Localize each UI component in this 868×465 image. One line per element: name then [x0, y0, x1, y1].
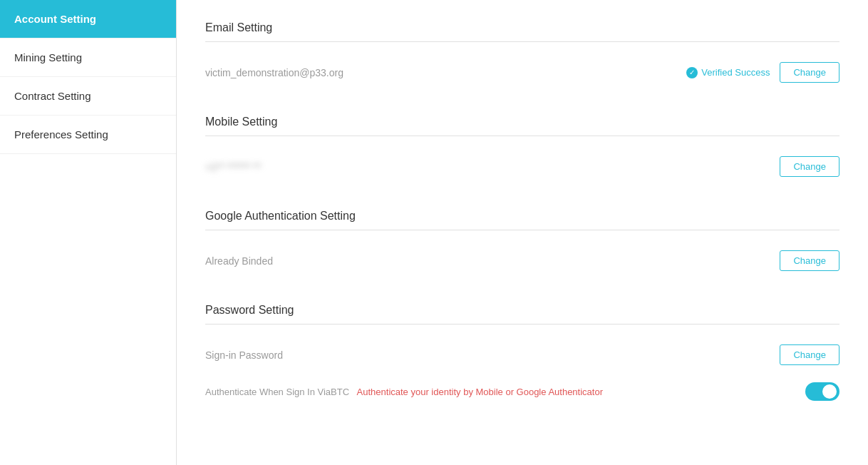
email-setting-section: Email Setting victim_demonstration@p33.o…: [205, 21, 839, 94]
sidebar-item-preferences-setting[interactable]: Preferences Setting: [0, 116, 176, 154]
main-content: Email Setting victim_demonstration@p33.o…: [177, 0, 868, 465]
sidebar-item-label: Preferences Setting: [14, 128, 108, 140]
google-auth-section: Google Authentication Setting Already Bi…: [205, 210, 839, 282]
sidebar: Account Setting Mining Setting Contract …: [0, 0, 177, 465]
password-row-left: Sign-in Password: [205, 349, 283, 361]
google-change-button[interactable]: Change: [780, 250, 839, 271]
auth-label: Authenticate When Sign In ViaBTC: [205, 387, 349, 397]
sidebar-item-mining-setting[interactable]: Mining Setting: [0, 39, 176, 77]
google-auth-row: Already Binded Change: [205, 245, 839, 282]
email-change-button[interactable]: Change: [780, 62, 839, 83]
google-row-left: Already Binded: [205, 255, 273, 267]
verified-label: Verified Success: [701, 67, 770, 78]
mobile-value: +1** ****** **: [205, 161, 261, 173]
password-setting-row: Sign-in Password Change: [205, 339, 839, 377]
mobile-setting-section: Mobile Setting +1** ****** ** Change: [205, 116, 839, 188]
sidebar-item-contract-setting[interactable]: Contract Setting: [0, 77, 176, 116]
auth-row: Authenticate When Sign In ViaBTC Authent…: [205, 377, 839, 408]
mobile-setting-title: Mobile Setting: [205, 116, 839, 136]
password-change-button[interactable]: Change: [780, 344, 839, 365]
password-value: Sign-in Password: [205, 349, 283, 361]
email-setting-title: Email Setting: [205, 21, 839, 42]
email-row-right: ✓ Verified Success Change: [686, 62, 839, 83]
email-value: victim_demonstration@p33.org: [205, 67, 343, 78]
auth-row-label-group: Authenticate When Sign In ViaBTC Authent…: [205, 385, 603, 398]
auth-hint: Authenticate your identity by Mobile or …: [357, 387, 603, 397]
verified-badge: ✓ Verified Success: [686, 67, 770, 78]
sidebar-item-label: Account Setting: [14, 13, 96, 25]
mobile-row-left: +1** ****** **: [205, 161, 261, 173]
auth-toggle[interactable]: [805, 382, 839, 401]
toggle-thumb: [822, 384, 837, 399]
google-auth-title: Google Authentication Setting: [205, 210, 839, 230]
password-row-right: Change: [780, 344, 839, 365]
mobile-row-right: Change: [780, 156, 839, 177]
sidebar-item-account-setting[interactable]: Account Setting: [0, 0, 176, 39]
email-setting-row: victim_demonstration@p33.org ✓ Verified …: [205, 56, 839, 94]
email-row-left: victim_demonstration@p33.org: [205, 67, 343, 78]
sidebar-item-label: Contract Setting: [14, 90, 91, 102]
mobile-change-button[interactable]: Change: [780, 156, 839, 177]
mobile-setting-row: +1** ****** ** Change: [205, 150, 839, 188]
google-auth-value: Already Binded: [205, 255, 273, 267]
password-setting-section: Password Setting Sign-in Password Change…: [205, 304, 839, 408]
sidebar-item-label: Mining Setting: [14, 51, 82, 63]
password-setting-title: Password Setting: [205, 304, 839, 325]
verified-icon: ✓: [686, 67, 698, 78]
google-row-right: Change: [780, 250, 839, 271]
